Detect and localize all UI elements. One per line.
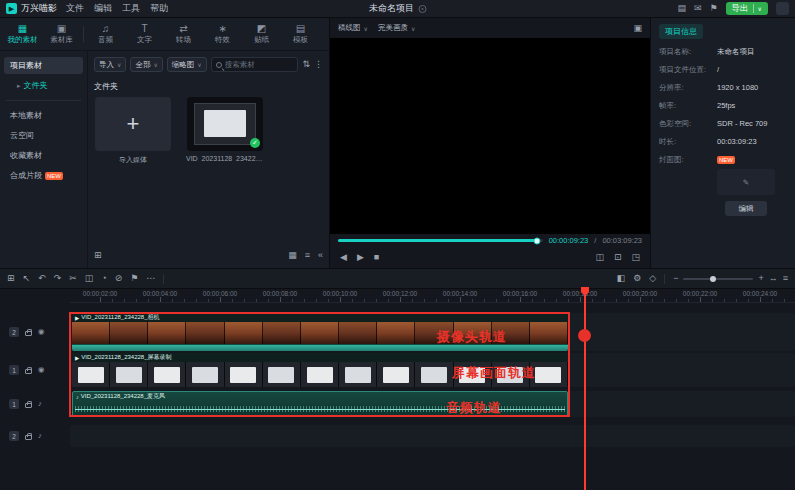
import-media-tile[interactable]: + [95,97,171,151]
seek-bar[interactable] [338,239,543,242]
tab-sticker[interactable]: ◩贴纸 [242,23,281,45]
new-folder-icon[interactable]: ⊞ [94,251,102,260]
sidebar-item[interactable]: ▸文件夹 [4,77,83,94]
cover-thumbnail[interactable]: ✎ [717,169,775,195]
track-lane[interactable]: ♪VID_20231128_234228_麦克风 [70,391,795,417]
keyframe-icon[interactable]: ◇ [649,274,656,283]
menu-item[interactable]: 帮助 [150,2,168,15]
filter-dropdown[interactable]: 全部 ∨ [130,57,162,72]
chevron-down-icon: ∨ [364,25,368,32]
audio-clip[interactable]: ♪VID_20231128_234228_麦克风 [72,391,568,417]
clip-name: VID_20231128_234228_麦克风 [81,392,165,401]
track-lane[interactable] [70,425,795,447]
preview-screen[interactable] [330,38,650,234]
import-button[interactable]: 导入 ∨ [94,57,126,72]
timeline-ruler[interactable]: 00:00:02:0000:00:04:0000:00:06:0000:00:0… [70,289,795,303]
split-icon[interactable]: ✂ [69,274,77,283]
media-footer-left: ⊞ [94,251,102,260]
screen-clip[interactable]: ▶VID_20231128_234228_屏幕录制 [72,353,568,387]
tab-stock-media[interactable]: ▣素材库 [42,23,81,45]
tab-template[interactable]: ▤模板 [281,23,320,45]
project-status-icon [418,5,426,13]
collapse-panel-icon[interactable]: « [318,251,323,260]
track-list-icon[interactable]: ≡ [783,274,788,283]
media-tabs: ▦我的素材▣素材库♫音频T文字⇄转场∗特效◩贴纸▤模板 [0,18,329,51]
pointer-tool-icon[interactable]: ↖ [23,274,31,283]
camera-clip[interactable]: ▶VID_20231128_234228_相机 [72,313,568,351]
tab-effects[interactable]: ∗特效 [203,23,242,45]
track-lane[interactable]: ▶VID_20231128_234228_相机 [70,313,795,351]
sidebar-item[interactable]: 收藏素材 [4,147,83,164]
fullscreen-icon[interactable]: ◳ [631,253,640,262]
track-lane[interactable]: ▶VID_20231128_234228_屏幕录制 [70,353,795,387]
sidebar-item[interactable]: 本地素材 [4,107,83,124]
redo-icon[interactable]: ↷ [54,274,62,283]
more-options-icon[interactable]: ⋮ [314,60,323,69]
workspace-layout-icon[interactable]: ▤ [677,4,686,13]
sidebar-item[interactable]: 云空间 [4,127,83,144]
previous-frame-icon[interactable]: ◀ [340,253,347,262]
tab-audio[interactable]: ♫音频 [86,23,125,45]
sidebar-item[interactable]: 项目素材 [4,57,83,74]
lock-track-icon[interactable] [25,435,32,440]
grid-view-icon[interactable]: ▦ [288,251,297,260]
track-row: 2◉▶VID_20231128_234228_相机 [0,313,795,351]
thumbnail-frame [72,362,110,387]
layout-dropdown[interactable]: 稿线图 ∨ [338,23,368,33]
video-thumbnail[interactable]: ✓ [187,97,263,151]
export-button[interactable]: 导出 ∨ [726,2,768,15]
list-view-icon[interactable]: ≡ [305,251,310,260]
edit-project-button[interactable]: 编辑 [725,201,767,216]
zoom-slider[interactable] [683,278,753,280]
lock-track-icon[interactable] [25,331,32,336]
zoom-out-icon[interactable]: − [673,274,678,283]
stop-icon[interactable]: ■ [374,253,379,262]
tab-text[interactable]: T文字 [125,23,164,45]
lock-track-icon[interactable] [25,369,32,374]
mute-track-icon[interactable]: ♪ [38,432,42,440]
toggle-visibility-icon[interactable]: ◉ [38,366,45,374]
audio-track-badge[interactable]: 1 [9,399,19,409]
crop-icon[interactable]: ◫ [85,274,94,283]
snapshot-icon[interactable]: ◫ [595,253,604,262]
menu-item[interactable]: 文件 [66,2,84,15]
ruler-label: 00:00:02:00 [83,290,117,297]
toggle-visibility-icon[interactable]: ◉ [38,328,45,336]
play-icon[interactable]: ▶ [357,253,364,262]
render-preview-icon[interactable]: ◧ [617,274,626,283]
mute-track-icon[interactable]: ♪ [38,400,42,408]
quality-dropdown[interactable]: 完美画质 ∨ [378,23,415,33]
zoom-slider-knob[interactable] [710,276,716,282]
video-track-badge[interactable]: 1 [9,365,19,375]
fit-timeline-icon[interactable]: ↔ [769,274,778,283]
marker-icon[interactable]: ⚑ [130,274,138,283]
search-box[interactable] [211,57,299,72]
lock-track-icon[interactable] [25,403,32,408]
video-track-badge[interactable]: 2 [9,327,19,337]
tab-my-media[interactable]: ▦我的素材 [3,23,42,45]
more-tools-icon[interactable]: ⋯ [146,274,155,283]
playhead[interactable] [584,288,586,490]
message-icon[interactable]: ✉ [694,4,702,13]
track-manager-icon[interactable]: ⊞ [7,274,15,283]
notification-icon[interactable]: ⚑ [710,4,718,13]
voiceover-icon[interactable]: ⚙ [633,274,641,283]
undo-icon[interactable]: ↶ [38,274,46,283]
delete-icon[interactable]: ⊘ [115,274,123,283]
transport-left: ◀▶■ [340,253,379,262]
tab-transition[interactable]: ⇄转场 [164,23,203,45]
display-mode-icon[interactable]: ▣ [633,24,642,33]
menu-item[interactable]: 编辑 [94,2,112,15]
audio-track-badge[interactable]: 2 [9,431,19,441]
ruler-tick [496,299,497,302]
sidebar-item[interactable]: 合成片段NEW [4,167,83,184]
avatar[interactable] [776,2,789,15]
zoom-in-icon[interactable]: + [758,274,763,283]
view-mode-dropdown[interactable]: 缩略图 ∨ [167,57,207,72]
seek-knob[interactable] [533,237,540,244]
sort-order-icon[interactable]: ⇅ [302,60,310,69]
menu-item[interactable]: 工具 [122,2,140,15]
mark-icon[interactable]: ⊡ [614,253,622,262]
speed-icon[interactable]: ◔ [101,274,106,283]
search-input[interactable] [225,60,294,69]
